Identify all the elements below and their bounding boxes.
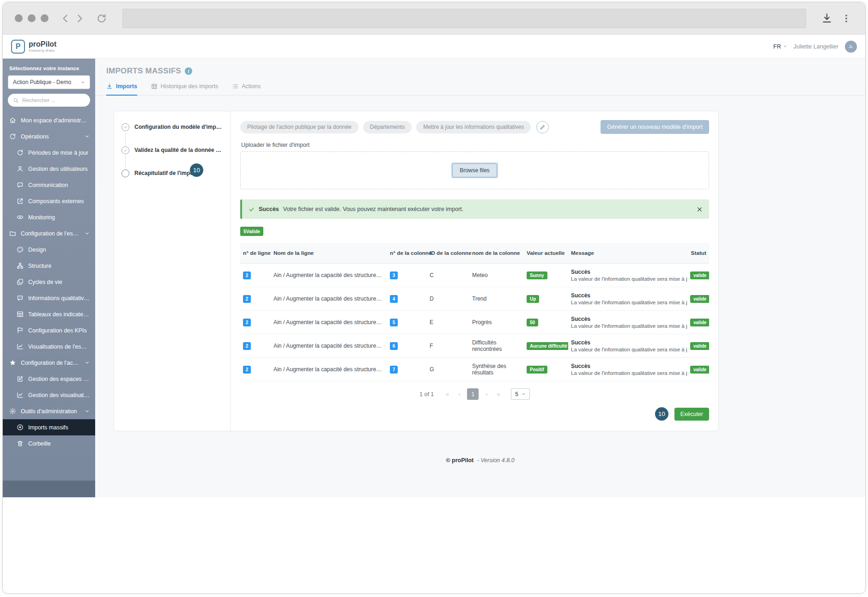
refresh-icon (17, 149, 24, 156)
download-button[interactable] (820, 12, 834, 25)
sidebar-group-operations[interactable]: Opérations (3, 128, 95, 145)
sidebar-item-monitoring[interactable]: Monitoring (3, 209, 95, 225)
previous-page-button[interactable]: ‹ (454, 389, 464, 400)
line-number-badge: 2 (243, 366, 251, 374)
chevron-down-icon (522, 392, 526, 396)
current-value-badge: Sunny (527, 271, 547, 279)
sidebar-item-user-management[interactable]: Gestion des utilisateurs (3, 161, 95, 177)
sidebar-group-space-configuration[interactable]: Configuration de l'espace de ... (3, 225, 95, 241)
search-input[interactable] (22, 97, 85, 103)
message-text: La valeur de l'information qualitative s… (571, 347, 685, 352)
sidebar-item-label: Cycles de vie (28, 279, 62, 285)
tab-imports[interactable]: Imports (106, 83, 137, 96)
sidebar-item-communication[interactable]: Communication (3, 177, 95, 193)
browser-menu-button[interactable] (839, 12, 853, 25)
sidebar-item-label: Configuration des KPIs (28, 327, 87, 334)
column-number-badge: 3 (390, 271, 398, 279)
line-number-badge: 2 (243, 342, 251, 350)
tab-import-history[interactable]: Historique des imports (151, 83, 218, 96)
user-icon (17, 165, 24, 172)
edit-model-button[interactable] (536, 121, 549, 133)
chevron-down-icon (783, 44, 787, 48)
generate-model-button[interactable]: Générer un nouveau modèle d'import (601, 120, 709, 134)
annotation-badge-10: 10 (655, 407, 668, 421)
sidebar-item-admin-space[interactable]: Mon espace d'administration (3, 112, 95, 128)
tab-label: Actions (242, 83, 261, 90)
line-name-cell: Ain / Augmenter la capacité des structur… (271, 264, 387, 287)
sidebar-item-structure[interactable]: Structure (3, 258, 95, 274)
import-pane: Pilotage de l'action publique par la don… (231, 111, 718, 431)
line-number-badge: 2 (243, 295, 251, 303)
instance-select[interactable]: Action Publique - Demo (8, 75, 90, 89)
window-control-dot[interactable] (41, 14, 49, 22)
column-number-badge: 4 (390, 295, 398, 303)
valid-count-badge: 5Valide (240, 227, 263, 236)
sidebar-item-lifecycles[interactable]: Cycles de vie (3, 274, 95, 290)
sidebar-item-indicator-tables[interactable]: Tableaux des indicateurs (3, 306, 95, 322)
current-value-badge: Positif (527, 366, 547, 374)
pagination: 1 of 1 « ‹ 1 › » 5 (240, 381, 709, 402)
chevron-down-icon (85, 134, 90, 139)
column-header: Valeur actuelle (524, 243, 568, 264)
sidebar-item-update-periods[interactable]: Périodes de mise à jour (3, 145, 95, 161)
sidebar-item-design[interactable]: Design (3, 241, 95, 258)
forward-button[interactable] (73, 12, 86, 25)
flag-icon (17, 327, 24, 334)
column-id-cell: E (427, 311, 469, 334)
last-page-button[interactable]: » (493, 389, 504, 400)
current-page-button[interactable]: 1 (467, 388, 479, 400)
table-row: 2 Ain / Augmenter la capacité des struct… (240, 334, 709, 358)
step-done-icon (121, 123, 129, 131)
check-icon (249, 206, 255, 212)
step-data-validation[interactable]: Validez la qualité de la donnée avant l'… (121, 146, 223, 169)
step-current-icon (121, 169, 129, 177)
execute-button[interactable]: Exécuter (674, 408, 709, 421)
language-label: FR (773, 43, 781, 50)
line-number-badge: 2 (243, 271, 251, 279)
sidebar-item-external-components[interactable]: Composants externes (3, 193, 95, 209)
first-page-button[interactable]: « (442, 389, 452, 400)
page-size-select[interactable]: 5 (511, 388, 530, 400)
import-stepper: Configuration du modèle d'import Validez… (114, 111, 231, 431)
url-bar[interactable] (122, 9, 806, 28)
back-button[interactable] (59, 12, 73, 25)
alert-message: Votre fichier est valide. Vous pouvez ma… (283, 206, 464, 212)
sidebar-item-label: Imports massifs (28, 424, 68, 431)
sidebar-item-mass-imports[interactable]: Imports massifs (3, 419, 95, 435)
edit-icon (17, 375, 24, 382)
sidebar-group-home-configuration[interactable]: Configuration de l'accueil (3, 355, 95, 371)
app-window: P proPilot Powered by dFakto FR Juliette… (2, 2, 866, 594)
alert-close-button[interactable] (697, 206, 703, 212)
sidebar-item-qualitative-info[interactable]: Informations qualitatives (3, 290, 95, 306)
language-selector[interactable]: FR (773, 43, 787, 50)
logo-tagline: Powered by dFakto (29, 49, 56, 52)
browse-files-button[interactable]: Browse files (452, 163, 497, 177)
instance-select-value: Action Publique - Demo (13, 79, 71, 85)
tab-actions[interactable]: Actions (232, 83, 261, 96)
table-header-row: n° de ligne Nom de la ligne n° de la col… (240, 243, 709, 264)
list-icon (232, 83, 238, 90)
refresh-button[interactable] (95, 12, 109, 25)
page-info: 1 of 1 (419, 391, 434, 398)
avatar[interactable]: JL (845, 41, 857, 53)
sidebar-item-trash[interactable]: Corbeille (3, 435, 95, 452)
window-control-dot[interactable] (28, 14, 36, 22)
step-import-summary[interactable]: Récapitulatif de l'import 10 (121, 169, 223, 193)
message-cell: Succès La valeur de l'information qualit… (568, 358, 687, 381)
import-config-row: Pilotage de l'action publique par la don… (240, 120, 709, 134)
info-icon[interactable] (185, 67, 192, 75)
sidebar-group-admin-tools[interactable]: Outils d'administration (3, 403, 95, 419)
sidebar-item-space-management[interactable]: Gestion des espaces de... (3, 371, 95, 387)
window-control-dot[interactable] (15, 14, 23, 22)
sidebar-item-label: Design (28, 247, 46, 253)
sidebar-item-visualization-management[interactable]: Gestion des visualisatio... (3, 387, 95, 403)
sidebar-item-label: Configuration de l'espace de ... (21, 230, 80, 237)
sidebar-item-space-visualizations[interactable]: Visualisations de l'espa... (3, 338, 95, 355)
sidebar-item-kpi-configuration[interactable]: Configuration des KPIs (3, 322, 95, 338)
gear-icon (9, 408, 16, 415)
step-model-configuration[interactable]: Configuration du modèle d'import (121, 123, 223, 146)
next-page-button[interactable]: › (481, 389, 492, 400)
sidebar-item-label: Gestion des visualisatio... (28, 392, 90, 398)
validation-results-table: n° de ligne Nom de la ligne n° de la col… (240, 243, 709, 381)
file-dropzone[interactable]: Browse files (240, 151, 709, 189)
